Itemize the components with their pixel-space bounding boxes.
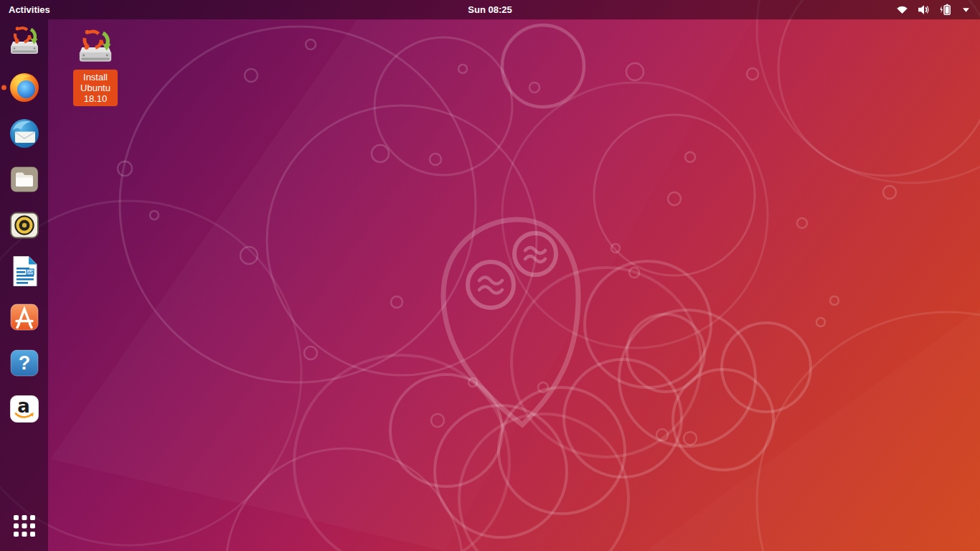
- ubuntu-software-icon: [7, 300, 42, 334]
- dock-item-firefox[interactable]: [7, 70, 42, 105]
- thunderbird-icon: [7, 116, 42, 151]
- dock-item-ubuntu-installer[interactable]: [7, 24, 42, 59]
- clock-button[interactable]: Sun 08:25: [468, 4, 512, 15]
- libreoffice-writer-icon: [7, 254, 42, 288]
- dock-item-thunderbird[interactable]: [7, 116, 42, 151]
- ubuntu-installer-icon: [7, 24, 42, 59]
- wifi-icon: [896, 4, 908, 16]
- dock-item-amazon[interactable]: [7, 392, 42, 426]
- ubuntu-installer-icon: [75, 27, 116, 67]
- dock-item-ubuntu-software[interactable]: [7, 300, 42, 334]
- dock-item-libreoffice-writer[interactable]: [7, 254, 42, 288]
- desktop-icon-label: Install Ubuntu 18.10: [73, 70, 118, 106]
- top-bar: Activities Sun 08:25: [0, 0, 980, 19]
- running-indicator-dot: [1, 85, 6, 90]
- wallpaper-cuttlefish-art: [0, 0, 980, 551]
- amazon-icon: [7, 392, 42, 426]
- desktop-screen: ? a Activities Sun 08:25: [0, 0, 980, 551]
- chevron-down-icon: [961, 5, 971, 14]
- help-question-icon: [7, 346, 42, 380]
- dock-item-files[interactable]: [7, 162, 42, 197]
- volume-icon: [918, 4, 930, 16]
- desktop-icon-install-ubuntu[interactable]: Install Ubuntu 18.10: [72, 27, 118, 106]
- show-applications-button[interactable]: [14, 515, 35, 537]
- firefox-icon: [7, 70, 42, 105]
- files-folder-icon: [7, 162, 42, 197]
- activities-button[interactable]: Activities: [0, 0, 59, 19]
- battery-charging-icon: [939, 4, 952, 16]
- show-applications-grid-icon: [14, 515, 35, 537]
- dock-item-help[interactable]: [7, 346, 42, 380]
- dock: [0, 19, 48, 551]
- dock-item-rhythmbox[interactable]: [7, 208, 42, 242]
- rhythmbox-speaker-icon: [7, 208, 42, 242]
- system-status-menu[interactable]: [896, 0, 980, 19]
